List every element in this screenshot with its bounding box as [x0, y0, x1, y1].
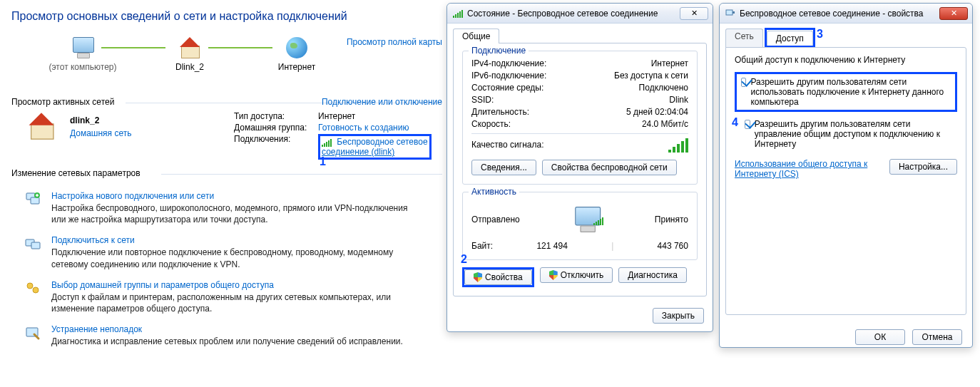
lbl-bytes: Байт: [471, 241, 493, 251]
close-button[interactable]: ✕ [680, 7, 708, 20]
map-node-router[interactable]: Dlink_2 [147, 37, 233, 72]
active-networks-header: Просмотр активных сетей Подключение или … [11, 97, 442, 107]
separator [471, 133, 688, 134]
wireless-connection-highlight: Беспроводное сетевое соединение (dlink) [318, 134, 432, 160]
activity-pc-icon [568, 204, 606, 235]
activity-groupbox: Активность Отправлено Принято Байт: 121 … [462, 192, 698, 260]
home-network-link[interactable]: Домашняя сеть [70, 128, 131, 138]
homegroup-icon [24, 280, 46, 297]
router-house-icon [177, 37, 203, 58]
task-link[interactable]: Подключиться к сети [51, 235, 422, 245]
change-settings-label: Изменение сетевых параметров [11, 168, 141, 178]
val-duration: 5 дней 02:04:04 [626, 107, 688, 117]
annotation-1: 1 [320, 155, 326, 168]
chk-allow-control[interactable]: Разрешить другим пользователям сети упра… [745, 119, 957, 149]
diagnostics-button[interactable]: Диагностика [618, 267, 687, 283]
ics-help-link[interactable]: Использование общего доступа к Интернету… [735, 159, 867, 179]
task-link[interactable]: Настройка нового подключения или сети [51, 191, 422, 201]
svg-point-6 [33, 287, 39, 293]
map-node-internet-label: Интернет [254, 62, 340, 72]
val-access-type: Интернет [318, 111, 355, 121]
checkbox-icon[interactable] [745, 120, 750, 129]
svg-rect-9 [733, 11, 735, 14]
chk-allow-share[interactable]: Разрешить другим пользователям сети испо… [741, 77, 951, 107]
troubleshoot-icon [24, 324, 46, 341]
task-new-connection[interactable]: Настройка нового подключения или сети На… [11, 191, 442, 225]
cancel-button[interactable]: Отмена [912, 329, 962, 345]
task-desc: Доступ к файлам и принтерам, расположенн… [51, 291, 422, 314]
tasks-list: Настройка нового подключения или сети На… [11, 191, 442, 347]
svg-rect-8 [726, 10, 733, 15]
annotation-4: 4 [732, 116, 738, 129]
ok-button[interactable]: ОК [855, 329, 905, 345]
homegroup-link[interactable]: Готовность к созданию [318, 123, 409, 133]
connect-disconnect-link[interactable]: Подключение или отключение [322, 97, 442, 107]
wifi-bars-icon [593, 217, 603, 225]
close-button[interactable]: ✕ [939, 7, 968, 20]
lbl-ssid: SSID: [471, 95, 494, 105]
chk-allow-share-label: Разрешить другим пользователям сети испо… [750, 77, 951, 107]
access-tab-panel: Общий доступ к подключению к Интернету Р… [725, 47, 966, 315]
network-center-panel: Просмотр основных сведений о сети и наст… [11, 10, 442, 357]
lbl-sent: Отправлено [471, 215, 520, 225]
properties-button-label: Свойства [485, 272, 523, 282]
full-map-link[interactable]: Просмотр полной карты [347, 37, 442, 47]
lbl-received: Принято [655, 215, 688, 225]
allow-share-highlight: Разрешить другим пользователям сети испо… [735, 72, 957, 112]
disable-button[interactable]: Отключить [540, 267, 613, 283]
checkbox-icon[interactable] [741, 78, 746, 87]
status-titlebar[interactable]: Состояние - Беспроводное сетевое соедине… [447, 4, 713, 24]
active-network-name: dlink_2 [70, 115, 99, 125]
lbl-duration: Длительность: [471, 107, 529, 117]
wireless-props-button[interactable]: Свойства беспроводной сети [542, 160, 677, 175]
settings-button[interactable]: Настройка... [889, 159, 957, 175]
connection-properties: Тип доступа: Интернет Домашняя группа: Г… [234, 111, 432, 161]
network-map: (этот компьютер) Dlink_2 Интернет Просмо… [11, 37, 442, 93]
close-status-button[interactable]: Закрыть [653, 308, 704, 324]
map-node-pc-label: (этот компьютер) [40, 62, 126, 72]
status-footer: Закрыть [447, 304, 713, 331]
computer-icon [70, 37, 96, 58]
tab-network[interactable]: Сеть [725, 29, 763, 48]
access-tab-highlight: Доступ [765, 28, 815, 47]
svg-point-5 [27, 283, 33, 289]
map-node-this-pc[interactable]: (этот компьютер) [40, 37, 126, 72]
lbl-speed: Скорость: [471, 119, 511, 129]
lbl-media: Состояние среды: [471, 83, 543, 93]
task-desc: Подключение или повторное подключение к … [51, 247, 422, 269]
task-homegroup[interactable]: Выбор домашней группы и параметров общег… [11, 280, 442, 314]
val-bytes-sent: 121 494 [536, 241, 567, 251]
change-settings-header: Изменение сетевых параметров [11, 168, 442, 178]
status-tabs: Общие [453, 28, 713, 43]
wifi-bars-icon [453, 9, 463, 18]
props-footer: ОК Отмена [720, 322, 972, 354]
tab-general[interactable]: Общие [453, 29, 499, 43]
details-button[interactable]: Сведения... [471, 160, 536, 175]
props-title: Беспроводное сетевое соединение - свойст… [740, 9, 935, 19]
active-networks-label: Просмотр активных сетей [11, 97, 114, 107]
rule [161, 174, 442, 175]
properties-button[interactable]: Свойства [464, 269, 532, 285]
task-desc: Диагностика и исправление сетевых пробле… [51, 336, 403, 347]
active-network-icon [29, 115, 54, 139]
svg-rect-1 [31, 197, 39, 204]
tab-access[interactable]: Доступ [767, 31, 813, 46]
lbl-access-type: Тип доступа: [234, 111, 318, 121]
task-troubleshoot[interactable]: Устранение неполадок Диагностика и испра… [11, 324, 442, 347]
shield-icon [474, 272, 482, 282]
lbl-connections: Подключения: [234, 134, 318, 144]
task-link[interactable]: Выбор домашней группы и параметров общег… [51, 280, 422, 290]
props-titlebar[interactable]: Беспроводное сетевое соединение - свойст… [720, 4, 972, 24]
task-connect-network[interactable]: Подключиться к сети Подключение или повт… [11, 235, 442, 269]
house-icon [26, 113, 58, 140]
wireless-connection-link[interactable]: Беспроводное сетевое соединение (dlink) [322, 137, 428, 157]
map-node-internet[interactable]: Интернет [254, 37, 340, 72]
annotation-3: 3 [817, 28, 823, 41]
task-link[interactable]: Устранение неполадок [51, 324, 403, 334]
val-ipv6: Без доступа к сети [614, 71, 688, 81]
network-adapter-icon [725, 7, 735, 19]
val-bytes-recv: 443 760 [658, 241, 688, 251]
lbl-homegroup: Домашняя группа: [234, 123, 318, 133]
lbl-ipv6: IPv6-подключение: [471, 71, 546, 81]
ics-groupbox-title: Общий доступ к подключению к Интернету [735, 55, 957, 65]
